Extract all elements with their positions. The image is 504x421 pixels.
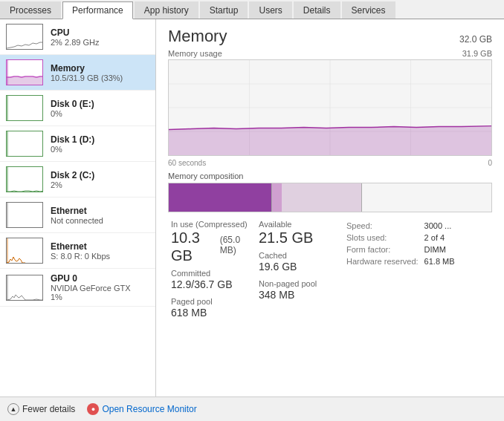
ethernet1-sub: Not connected <box>51 216 149 225</box>
usage-value: 31.9 GB <box>462 49 492 58</box>
committed-value: 12.9/36.7 GB <box>171 278 253 293</box>
tab-users[interactable]: Users <box>249 1 291 19</box>
svg-rect-6 <box>7 96 8 121</box>
fewer-details-button[interactable]: ▲ Fewer details <box>7 403 75 415</box>
svg-rect-10 <box>42 131 43 157</box>
ethernet1-name: Ethernet <box>51 206 149 216</box>
hw-label: Hardware reserved: <box>343 255 421 267</box>
svg-rect-11 <box>7 167 43 192</box>
svg-rect-22 <box>42 275 43 301</box>
stats-right: Speed: 3000 ... Slots used: 2 of 4 Form … <box>343 220 492 320</box>
composition-label: Memory composition <box>168 172 492 180</box>
tab-details[interactable]: Details <box>294 1 340 19</box>
available-label: Available <box>259 220 340 229</box>
ethernet2-info: Ethernet S: 8.0 R: 0 Kbps <box>51 241 149 261</box>
svg-rect-2 <box>7 77 43 85</box>
sidebar-item-disk1[interactable]: Disk 1 (D:) 0% <box>0 126 155 162</box>
monitor-icon: ● <box>87 403 99 415</box>
svg-rect-12 <box>7 167 8 192</box>
sidebar-item-gpu[interactable]: GPU 0 NVIDIA GeForce GTX 1% <box>0 269 155 307</box>
svg-rect-9 <box>7 131 8 157</box>
tab-services[interactable]: Services <box>342 1 395 19</box>
cached-label: Cached <box>259 251 340 260</box>
tab-app-history[interactable]: App history <box>135 1 198 19</box>
disk2-thumbnail <box>6 166 43 192</box>
memory-composition-chart <box>168 183 492 212</box>
gpu-thumbnail <box>6 275 43 301</box>
paged-label: Paged pool <box>171 297 253 306</box>
gpu-info: GPU 0 NVIDIA GeForce GTX 1% <box>51 273 149 301</box>
cpu-sub: 2% 2.89 GHz <box>51 38 149 47</box>
disk0-name: Disk 0 (E:) <box>51 99 149 109</box>
memory-sub: 10.5/31.9 GB (33%) <box>51 74 149 82</box>
comp-free <box>362 183 491 212</box>
stats-left: In use (Compressed) 10.3 GB (65.0 MB) Co… <box>168 220 256 320</box>
open-resource-monitor-button[interactable]: ● Open Resource Monitor <box>87 403 196 415</box>
cached-block: Cached 19.6 GB <box>256 251 343 275</box>
fewer-details-label: Fewer details <box>22 404 75 414</box>
memory-usage-chart <box>168 59 492 156</box>
svg-rect-16 <box>42 203 43 228</box>
sidebar-item-disk0[interactable]: Disk 0 (E:) 0% <box>0 91 155 126</box>
ethernet2-sub: S: 8.0 R: 0 Kbps <box>51 252 149 261</box>
stats-middle: Available 21.5 GB Cached 19.6 GB Non-pag… <box>256 220 343 320</box>
svg-rect-19 <box>42 238 43 264</box>
speed-value: 3000 ... <box>421 220 458 232</box>
comp-in-use <box>169 183 272 212</box>
committed-label: Committed <box>171 269 253 278</box>
cpu-name: CPU <box>51 27 149 38</box>
svg-rect-21 <box>7 275 8 301</box>
ethernet2-thumbnail <box>6 238 43 264</box>
svg-rect-4 <box>42 60 43 85</box>
hw-value: 61.8 MB <box>421 255 458 267</box>
form-value: DIMM <box>421 244 458 255</box>
comp-modified <box>272 183 282 212</box>
time-end: 0 <box>488 159 492 167</box>
right-stats-table: Speed: 3000 ... Slots used: 2 of 4 Form … <box>343 220 458 267</box>
svg-rect-5 <box>7 96 43 121</box>
gpu-name: GPU 0 <box>51 273 149 284</box>
svg-rect-15 <box>7 203 8 228</box>
slots-value: 2 of 4 <box>421 232 458 244</box>
in-use-sub: (65.0 MB) <box>220 235 253 255</box>
usage-label-row: Memory usage 31.9 GB <box>168 49 492 58</box>
paged-block: Paged pool 618 MB <box>168 297 256 321</box>
svg-marker-29 <box>169 126 491 155</box>
usage-label: Memory usage <box>168 49 222 58</box>
tab-processes[interactable]: Processes <box>0 1 61 19</box>
sidebar-item-memory[interactable]: Memory 10.5/31.9 GB (33%) <box>0 55 155 91</box>
disk2-sub: 2% <box>51 180 149 189</box>
svg-rect-3 <box>7 60 8 85</box>
tab-startup[interactable]: Startup <box>200 1 248 19</box>
speed-label: Speed: <box>343 220 421 232</box>
sidebar-item-ethernet1[interactable]: Ethernet Not connected <box>0 198 155 233</box>
bottom-bar: ▲ Fewer details ● Open Resource Monitor <box>0 396 504 420</box>
stats-row: In use (Compressed) 10.3 GB (65.0 MB) Co… <box>168 220 492 320</box>
sidebar-item-ethernet2[interactable]: Ethernet S: 8.0 R: 0 Kbps <box>0 233 155 269</box>
disk1-info: Disk 1 (D:) 0% <box>51 134 149 154</box>
in-use-label: In use (Compressed) <box>171 220 253 229</box>
ethernet2-name: Ethernet <box>51 241 149 252</box>
cached-value: 19.6 GB <box>259 260 340 275</box>
svg-rect-18 <box>7 238 8 264</box>
ethernet1-thumbnail <box>6 202 43 228</box>
disk0-info: Disk 0 (E:) 0% <box>51 99 149 118</box>
hw-row: Hardware reserved: 61.8 MB <box>343 255 458 267</box>
in-use-block: In use (Compressed) 10.3 GB (65.0 MB) <box>168 220 256 264</box>
sidebar-item-cpu[interactable]: CPU 2% 2.89 GHz <box>0 19 155 55</box>
comp-standby <box>282 183 363 212</box>
disk2-name: Disk 2 (C:) <box>51 170 149 180</box>
tab-performance[interactable]: Performance <box>62 1 133 19</box>
svg-rect-14 <box>7 203 43 228</box>
monitor-link[interactable]: Open Resource Monitor <box>102 404 196 414</box>
disk1-sub: 0% <box>51 145 149 154</box>
memory-thumbnail <box>6 59 43 85</box>
sidebar: CPU 2% 2.89 GHz Memory 10.5/31.9 GB (33%… <box>0 19 156 396</box>
tab-bar: Processes Performance App history Startu… <box>0 0 504 19</box>
time-labels: 60 seconds 0 <box>168 159 492 167</box>
available-block: Available 21.5 GB <box>256 220 343 247</box>
disk0-sub: 0% <box>51 109 149 118</box>
sidebar-item-disk2[interactable]: Disk 2 (C:) 2% <box>0 162 155 198</box>
nonpaged-label: Non-paged pool <box>259 279 340 288</box>
disk1-name: Disk 1 (D:) <box>51 134 149 145</box>
